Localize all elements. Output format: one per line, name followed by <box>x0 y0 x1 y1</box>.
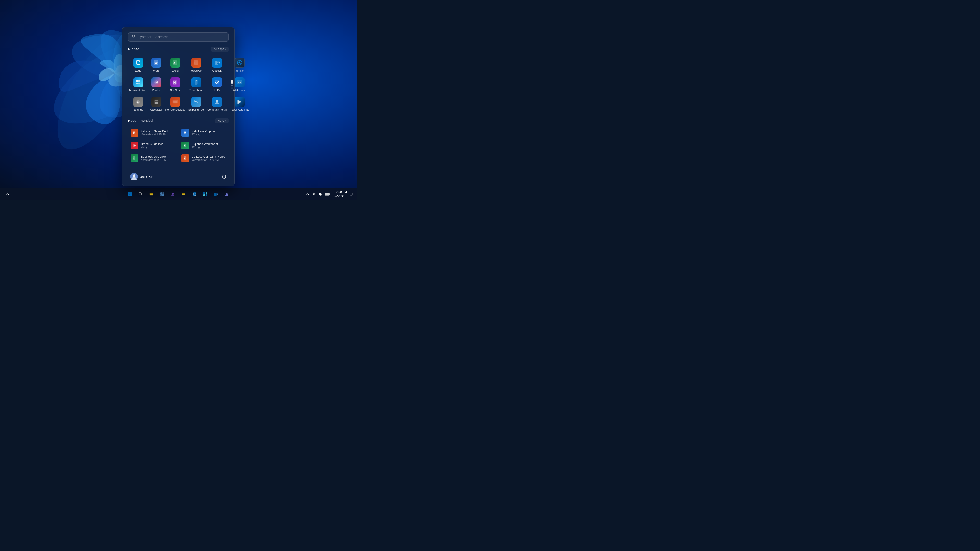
svg-rect-20 <box>136 83 138 84</box>
battery-icon[interactable] <box>325 192 330 197</box>
more-button[interactable]: More › <box>215 118 229 124</box>
recommended-label: Recommended <box>128 119 153 123</box>
app-photos[interactable]: Photos <box>149 75 164 94</box>
svg-text:X: X <box>133 157 135 160</box>
rec-expense-worksheet[interactable]: X Expense Worksheet 12h ago <box>179 140 229 151</box>
svg-rect-76 <box>204 194 205 196</box>
msstore-label: Microsoft Store <box>129 89 147 92</box>
svg-text:Oo: Oo <box>217 62 220 64</box>
taskbar-right: 2:30 PM 10/20/2021 <box>305 189 354 199</box>
whiteboard-icon <box>235 78 245 87</box>
svg-point-82 <box>228 193 229 194</box>
calculator-label: Calculator <box>150 108 162 111</box>
rec-fabrikam-proposal-icon: W <box>181 129 189 137</box>
settings-icon <box>133 97 143 107</box>
todo-icon <box>212 78 222 87</box>
todo-label: To Do <box>213 89 221 92</box>
app-onenote[interactable]: N OneNote <box>164 75 186 94</box>
svg-rect-75 <box>205 192 207 194</box>
rec-brand-guidelines-icon: PDF <box>130 141 138 149</box>
taskbar-widgets-button[interactable] <box>158 189 167 199</box>
power-button[interactable] <box>220 172 229 181</box>
onenote-label: OneNote <box>170 89 181 92</box>
all-apps-button[interactable]: All apps › <box>211 46 229 52</box>
taskbar-search-button[interactable] <box>136 189 145 199</box>
svg-point-23 <box>157 81 158 82</box>
dot-3 <box>231 87 232 89</box>
svg-text:X: X <box>184 144 185 147</box>
notification-area-expand[interactable] <box>3 189 12 199</box>
rec-fabrikam-sales[interactable]: P Fabrikam Sales Deck Yesterday at 1:15 … <box>128 127 178 139</box>
app-word[interactable]: W Word <box>149 56 164 74</box>
app-powerautomate[interactable]: Power Automate <box>229 95 250 113</box>
search-bar[interactable]: Type here to search <box>128 32 229 41</box>
taskbar-left <box>3 189 12 199</box>
taskbar-edge-button[interactable] <box>190 189 199 199</box>
svg-line-4 <box>135 37 135 38</box>
companyportal-icon <box>212 97 222 107</box>
app-yourphone[interactable]: Your Phone <box>187 75 205 94</box>
photos-label: Photos <box>152 89 161 92</box>
system-tray <box>305 192 330 197</box>
svg-point-81 <box>226 193 228 194</box>
app-msstore[interactable]: Microsoft Store <box>128 75 148 94</box>
svg-point-72 <box>172 193 174 194</box>
taskbar-teamschat-button[interactable] <box>168 189 178 199</box>
fabrikam-label: Fabrikam <box>234 69 245 72</box>
rec-fabrikam-proposal[interactable]: W Fabrikam Proposal 17m ago <box>179 127 229 139</box>
svg-text:Oo: Oo <box>216 194 218 195</box>
app-todo[interactable]: To Do <box>206 75 228 94</box>
rec-brand-guidelines[interactable]: PDF Brand Guidelines 2h ago <box>128 140 178 151</box>
rec-fabrikam-proposal-info: Fabrikam Proposal 17m ago <box>192 130 226 136</box>
taskbar-outlook-button[interactable]: Oo <box>212 189 221 199</box>
app-remotedesktop[interactable]: Remote Desktop <box>164 95 186 113</box>
snippingtool-label: Snipping Tool <box>188 108 204 111</box>
svg-rect-36 <box>157 102 158 103</box>
user-profile-button[interactable]: Jack Purton <box>128 171 159 182</box>
rec-business-overview-icon: X <box>130 154 138 162</box>
rec-fabrikam-sales-icon: P <box>130 129 138 137</box>
volume-icon[interactable] <box>318 192 323 197</box>
svg-point-59 <box>133 175 135 177</box>
word-label: Word <box>153 69 159 72</box>
app-snippingtool[interactable]: Snipping Tool <box>187 95 205 113</box>
taskbar-teams-button[interactable] <box>222 189 232 199</box>
app-excel[interactable]: X Excel <box>164 56 186 74</box>
svg-rect-61 <box>128 192 130 194</box>
remotedesktop-label: Remote Desktop <box>165 108 186 111</box>
powerpoint-icon: P <box>191 58 201 68</box>
notification-button[interactable] <box>349 189 354 199</box>
svg-point-45 <box>216 100 218 102</box>
app-powerpoint[interactable]: P PowerPoint <box>187 56 205 74</box>
excel-label: Excel <box>172 69 178 72</box>
wifi-icon[interactable] <box>312 192 317 197</box>
app-edge[interactable]: Edge <box>128 56 148 74</box>
user-avatar <box>130 173 138 181</box>
onenote-icon: N <box>170 78 180 87</box>
user-bar: Jack Purton <box>128 168 229 182</box>
svg-line-66 <box>142 195 143 196</box>
app-fabrikam[interactable]: Fabrikam <box>229 56 250 74</box>
svg-text:W: W <box>154 61 158 65</box>
pinned-section-header: Pinned All apps › <box>128 46 229 52</box>
app-settings[interactable]: Settings <box>128 95 148 113</box>
rec-contoso-profile[interactable]: P Contoso Company Profile Yesterday at 1… <box>179 152 229 164</box>
svg-rect-68 <box>161 192 162 195</box>
pinned-apps-grid: Edge W Word X Excel <box>128 56 229 113</box>
msstore-icon <box>133 78 143 87</box>
svg-rect-39 <box>157 103 158 103</box>
app-companyportal[interactable]: Company Portal <box>206 95 228 113</box>
taskbar-store-button[interactable] <box>200 189 210 199</box>
rec-brand-guidelines-info: Brand Guidelines 2h ago <box>141 142 175 149</box>
taskbar-fileexplorer2-button[interactable] <box>179 189 188 199</box>
svg-text:P: P <box>184 157 185 160</box>
taskbar-fileexplorer-button[interactable] <box>147 189 156 199</box>
svg-text:X: X <box>173 61 176 65</box>
rec-business-overview[interactable]: X Business Overview Yesterday at 4:24 PM <box>128 152 178 164</box>
system-tray-expand[interactable] <box>305 192 310 197</box>
settings-label: Settings <box>133 108 143 111</box>
start-button[interactable] <box>125 189 135 199</box>
app-calculator[interactable]: Calculator <box>149 95 164 113</box>
app-outlook[interactable]: Oo Outlook <box>206 56 228 74</box>
system-clock[interactable]: 2:30 PM 10/20/2021 <box>332 190 347 198</box>
